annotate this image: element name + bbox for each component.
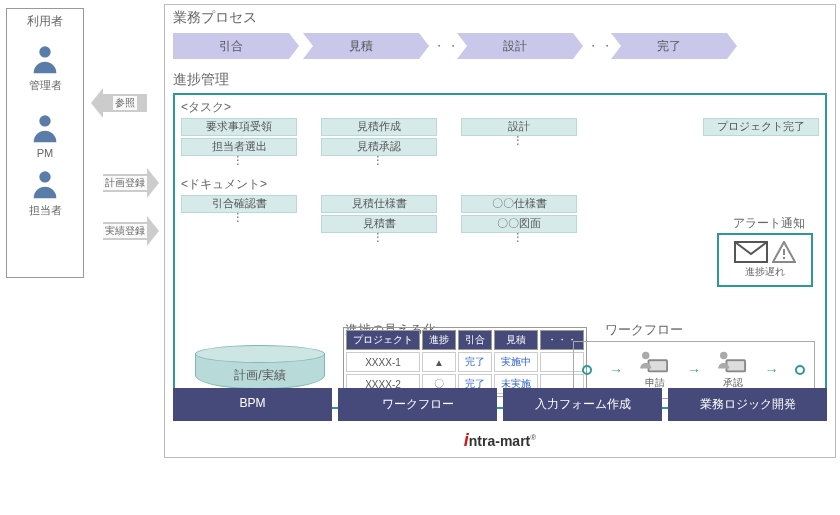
alert-label: 進捗遅れ — [745, 265, 785, 279]
docs-header: <ドキュメント> — [181, 176, 819, 193]
step-chevron: 引合 — [173, 33, 289, 59]
user-admin: 管理者 — [7, 42, 83, 93]
wf-arrow-icon: → — [609, 362, 623, 378]
vdots-icon: ︙ — [512, 138, 526, 150]
svg-point-1 — [39, 115, 50, 126]
user-label: PM — [37, 147, 54, 159]
wf-end-icon — [795, 365, 805, 375]
doc-box: 〇〇仕様書 — [461, 195, 577, 213]
process-title: 業務プロセス — [165, 5, 835, 31]
arrow-plan-register: 計画登録 — [90, 168, 160, 198]
svg-point-0 — [39, 46, 50, 57]
wf-arrow-icon: → — [765, 362, 779, 378]
doc-box: 見積仕様書 — [321, 195, 437, 213]
task-box: プロジェクト完了 — [703, 118, 819, 136]
bottom-bar: 業務ロジック開発 — [668, 388, 827, 421]
intra-mart-logo: intra-mart® — [165, 430, 835, 451]
process-steps: 引合 見積 ・・・ 設計 ・・・ 完了 — [165, 31, 835, 67]
person-pc-icon — [640, 350, 670, 376]
person-icon — [28, 167, 62, 201]
bottom-bar: BPM — [173, 388, 332, 421]
vdots-icon: ︙ — [232, 158, 246, 170]
task-box: 見積作成 — [321, 118, 437, 136]
svg-rect-4 — [650, 361, 667, 370]
wf-node-approve: 承認 — [718, 350, 748, 390]
table-header-row: プロジェクト 進捗 引合 見積 ・・・ — [346, 330, 584, 350]
user-staff: 担当者 — [7, 167, 83, 218]
svg-point-2 — [39, 171, 50, 182]
svg-point-11 — [783, 257, 785, 259]
mail-icon — [734, 241, 768, 263]
arrow-reference: 参照 — [90, 88, 160, 118]
bottom-bar: 入力フォーム作成 — [503, 388, 662, 421]
step-chevron: 完了 — [611, 33, 727, 59]
person-icon — [28, 111, 62, 145]
vdots-icon: ︙ — [512, 235, 526, 247]
wf-arrow-icon: → — [687, 362, 701, 378]
user-label: 担当者 — [29, 203, 62, 218]
user-label: 管理者 — [29, 78, 62, 93]
wf-node-apply: 申請 — [640, 350, 670, 390]
person-pc-icon — [718, 350, 748, 376]
arrow-result-register: 実績登録 — [90, 216, 160, 246]
progress-box: <タスク> 要求事項受領 担当者選出 ︙ 見積作成 見積承認 ︙ 設計 ︙ プロ — [173, 93, 827, 409]
tasks-header: <タスク> — [181, 99, 819, 116]
alert-title: アラート通知 — [733, 215, 805, 232]
user-pm: PM — [7, 111, 83, 159]
svg-rect-7 — [727, 361, 744, 370]
users-panel: 利用者 管理者 PM 担当者 — [6, 8, 84, 278]
vdots-icon: ︙ — [232, 215, 246, 227]
table-row: XXXX-1 ▲ 完了 実施中 — [346, 352, 584, 372]
progress-title: 進捗管理 — [165, 67, 835, 93]
warning-icon — [772, 241, 796, 263]
users-title: 利用者 — [7, 9, 83, 34]
main-panel: 業務プロセス 引合 見積 ・・・ 設計 ・・・ 完了 進捗管理 <タスク> 要求… — [164, 4, 836, 458]
wf-start-icon — [582, 365, 592, 375]
task-box: 要求事項受領 — [181, 118, 297, 136]
vdots-icon: ︙ — [372, 158, 386, 170]
svg-point-8 — [720, 352, 727, 359]
bottom-bar: ワークフロー — [338, 388, 497, 421]
db-label: 計画/実績 — [195, 367, 325, 384]
alert-box: 進捗遅れ — [717, 233, 813, 287]
workflow-title: ワークフロー — [605, 321, 683, 339]
svg-point-5 — [642, 352, 649, 359]
person-icon — [28, 42, 62, 76]
step-chevron: 見積 — [303, 33, 419, 59]
vdots-icon: ︙ — [372, 235, 386, 247]
task-grid: 要求事項受領 担当者選出 ︙ 見積作成 見積承認 ︙ 設計 ︙ プロジェクト完了 — [181, 118, 819, 170]
visibility-table: プロジェクト 進捗 引合 見積 ・・・ XXXX-1 ▲ 完了 実施中 XXXX… — [343, 327, 587, 397]
step-chevron: 設計 — [457, 33, 573, 59]
bottom-bars: BPM ワークフロー 入力フォーム作成 業務ロジック開発 — [173, 388, 827, 421]
